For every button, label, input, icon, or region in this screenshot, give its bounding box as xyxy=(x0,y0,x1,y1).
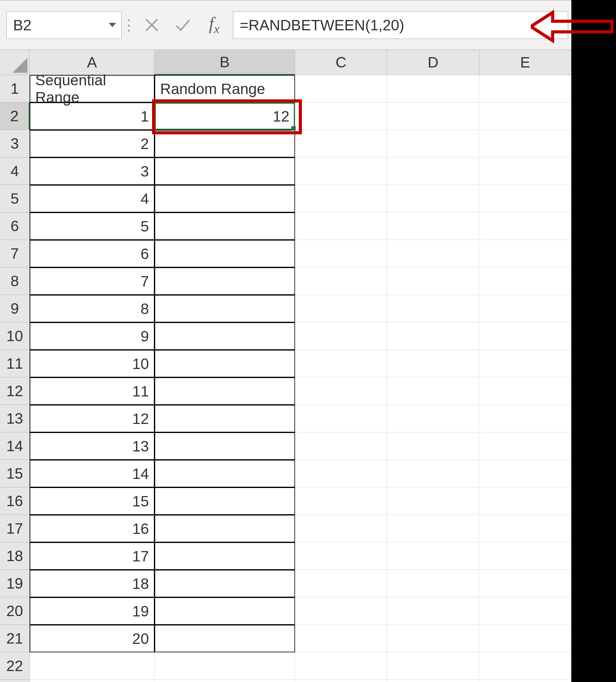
cell-D13[interactable] xyxy=(387,405,479,432)
cell-A19[interactable]: 18 xyxy=(30,570,155,597)
cell-D19[interactable] xyxy=(387,570,479,597)
cell-D11[interactable] xyxy=(387,350,479,378)
cell-A15[interactable]: 14 xyxy=(30,460,155,487)
cell-B3[interactable] xyxy=(155,130,295,157)
cell-C5[interactable] xyxy=(295,185,387,212)
cell-D7[interactable] xyxy=(387,240,479,268)
column-header-B[interactable]: B xyxy=(155,50,295,75)
cell-B2[interactable]: 12 xyxy=(155,103,295,130)
row-header-19[interactable]: 19 xyxy=(0,570,30,597)
cell-C22[interactable] xyxy=(295,652,387,680)
cell-E16[interactable] xyxy=(479,487,571,515)
row-header-10[interactable]: 10 xyxy=(0,322,30,350)
cell-C18[interactable] xyxy=(295,542,387,570)
cell-E21[interactable] xyxy=(479,625,571,652)
row-header-18[interactable]: 18 xyxy=(0,542,30,570)
cell-E5[interactable] xyxy=(479,185,571,212)
cell-C16[interactable] xyxy=(295,487,387,515)
cell-A9[interactable]: 8 xyxy=(30,295,155,322)
cell-E23[interactable] xyxy=(479,680,571,682)
cell-E8[interactable] xyxy=(479,268,571,295)
cell-B1[interactable]: Random Range xyxy=(155,75,295,103)
cell-D15[interactable] xyxy=(387,460,479,487)
cell-D10[interactable] xyxy=(387,322,479,350)
cell-C15[interactable] xyxy=(295,460,387,487)
cell-C8[interactable] xyxy=(295,268,387,295)
cell-A13[interactable]: 12 xyxy=(30,405,155,432)
name-box[interactable]: B2 xyxy=(6,11,122,39)
row-header-17[interactable]: 17 xyxy=(0,515,30,542)
cell-E11[interactable] xyxy=(479,350,571,378)
cell-A23[interactable] xyxy=(30,680,155,682)
cell-E14[interactable] xyxy=(479,432,571,460)
cell-D22[interactable] xyxy=(387,652,479,680)
cell-E15[interactable] xyxy=(479,460,571,487)
cell-A11[interactable]: 10 xyxy=(30,350,155,378)
column-header-A[interactable]: A xyxy=(30,50,155,75)
row-header-22[interactable]: 22 xyxy=(0,652,30,680)
row-header-2[interactable]: 2 xyxy=(0,103,30,130)
cell-B20[interactable] xyxy=(155,597,295,625)
fx-icon[interactable]: fx xyxy=(198,11,230,39)
cell-C6[interactable] xyxy=(295,212,387,240)
cell-C19[interactable] xyxy=(295,570,387,597)
row-header-21[interactable]: 21 xyxy=(0,625,30,652)
cell-A16[interactable]: 15 xyxy=(30,487,155,515)
row-header-6[interactable]: 6 xyxy=(0,212,30,240)
row-header-14[interactable]: 14 xyxy=(0,432,30,460)
cell-E9[interactable] xyxy=(479,295,571,322)
cell-D16[interactable] xyxy=(387,487,479,515)
cell-A10[interactable]: 9 xyxy=(30,322,155,350)
cell-B18[interactable] xyxy=(155,542,295,570)
cell-E20[interactable] xyxy=(479,597,571,625)
row-header-5[interactable]: 5 xyxy=(0,185,30,212)
cell-C10[interactable] xyxy=(295,322,387,350)
cell-E4[interactable] xyxy=(479,157,571,185)
row-header-15[interactable]: 15 xyxy=(0,460,30,487)
cell-B22[interactable] xyxy=(155,652,295,680)
cell-E3[interactable] xyxy=(479,130,571,157)
cell-A6[interactable]: 5 xyxy=(30,212,155,240)
cell-C1[interactable] xyxy=(295,75,387,103)
row-header-3[interactable]: 3 xyxy=(0,130,30,157)
cell-C23[interactable] xyxy=(295,680,387,682)
cell-B15[interactable] xyxy=(155,460,295,487)
row-header-20[interactable]: 20 xyxy=(0,597,30,625)
cell-E1[interactable] xyxy=(479,75,571,103)
cell-A20[interactable]: 19 xyxy=(30,597,155,625)
cell-B16[interactable] xyxy=(155,487,295,515)
cell-C11[interactable] xyxy=(295,350,387,378)
cell-D9[interactable] xyxy=(387,295,479,322)
cell-D21[interactable] xyxy=(387,625,479,652)
cell-A22[interactable] xyxy=(30,652,155,680)
cell-C13[interactable] xyxy=(295,405,387,432)
cell-A18[interactable]: 17 xyxy=(30,542,155,570)
cell-E18[interactable] xyxy=(479,542,571,570)
cell-E10[interactable] xyxy=(479,322,571,350)
cell-E12[interactable] xyxy=(479,378,571,405)
cell-D8[interactable] xyxy=(387,268,479,295)
cell-A7[interactable]: 6 xyxy=(30,240,155,268)
cell-C9[interactable] xyxy=(295,295,387,322)
cell-C7[interactable] xyxy=(295,240,387,268)
cell-C2[interactable] xyxy=(295,103,387,130)
cell-A8[interactable]: 7 xyxy=(30,268,155,295)
cell-B8[interactable] xyxy=(155,268,295,295)
cell-D4[interactable] xyxy=(387,157,479,185)
cell-A3[interactable]: 2 xyxy=(30,130,155,157)
row-header-11[interactable]: 11 xyxy=(0,350,30,378)
cell-A21[interactable]: 20 xyxy=(30,625,155,652)
cell-B11[interactable] xyxy=(155,350,295,378)
cell-E2[interactable] xyxy=(479,103,571,130)
cell-C3[interactable] xyxy=(295,130,387,157)
cell-D18[interactable] xyxy=(387,542,479,570)
cell-D12[interactable] xyxy=(387,378,479,405)
select-all-icon[interactable] xyxy=(0,50,30,75)
cell-A2[interactable]: 1 xyxy=(30,103,155,130)
cell-B23[interactable] xyxy=(155,680,295,682)
cell-B10[interactable] xyxy=(155,322,295,350)
cell-A17[interactable]: 16 xyxy=(30,515,155,542)
cell-C20[interactable] xyxy=(295,597,387,625)
row-header-7[interactable]: 7 xyxy=(0,240,30,268)
cell-C4[interactable] xyxy=(295,157,387,185)
